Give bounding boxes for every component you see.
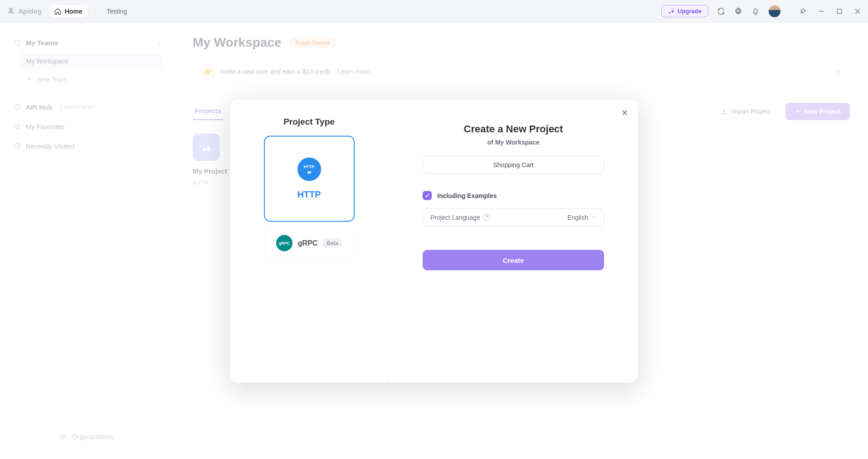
svg-rect-0	[837, 9, 841, 13]
include-examples-label: Including Examples	[437, 192, 497, 199]
tab-divider	[95, 6, 95, 16]
close-window-icon[interactable]	[853, 7, 862, 15]
modal-subtitle: of My Workspace	[407, 138, 620, 145]
home-icon	[54, 8, 61, 15]
include-examples-row[interactable]: ✓ Including Examples	[423, 191, 604, 200]
logo-icon	[6, 7, 15, 16]
modal-right: ✕ Create a New Project of My Workspace ✓…	[389, 99, 638, 382]
app-logo: Apidog	[6, 7, 42, 16]
refresh-icon[interactable]	[717, 7, 726, 16]
help-icon[interactable]: ?	[483, 213, 490, 221]
chevron-down-icon	[591, 214, 596, 220]
checkbox-icon[interactable]: ✓	[423, 191, 432, 200]
maximize-icon[interactable]	[835, 7, 844, 15]
settings-icon[interactable]	[734, 7, 743, 16]
rocket-icon	[668, 8, 675, 14]
create-project-modal: Project Type HTTP ⇄ HTTP gRPC gRPC Beta …	[230, 99, 638, 382]
project-type-grpc-label: gRPC	[298, 239, 318, 247]
project-type-http[interactable]: HTTP ⇄ HTTP	[264, 135, 355, 222]
bell-icon[interactable]	[751, 7, 760, 16]
tab-home[interactable]: Home	[48, 5, 88, 18]
project-type-http-label: HTTP	[297, 189, 321, 200]
minimize-icon[interactable]	[817, 7, 825, 15]
app-body: My Teams ▾ My Workspace New Team API Hub…	[0, 23, 868, 459]
tab-home-label: Home	[65, 8, 83, 15]
upgrade-button[interactable]: Upgrade	[661, 5, 708, 17]
project-language-select[interactable]: Project Language ? English	[423, 208, 604, 226]
top-bar: Apidog Home Testing Upgrade	[0, 0, 868, 23]
project-name-input[interactable]	[423, 155, 604, 174]
project-language-value: English	[567, 213, 588, 221]
modal-close-button[interactable]: ✕	[621, 107, 628, 117]
project-type-heading: Project Type	[242, 116, 376, 126]
project-type-grpc[interactable]: gRPC gRPC Beta	[264, 227, 355, 259]
grpc-circle-icon: gRPC	[276, 235, 293, 251]
http-circle-icon: HTTP ⇄	[297, 158, 321, 181]
project-language-label: Project Language	[430, 213, 480, 221]
app-name: Apidog	[18, 7, 42, 15]
http-icon-label: HTTP	[304, 164, 315, 169]
pin-icon[interactable]	[799, 7, 807, 15]
modal-left: Project Type HTTP ⇄ HTTP gRPC gRPC Beta	[230, 99, 389, 382]
upgrade-label: Upgrade	[678, 8, 702, 14]
tab-testing[interactable]: Testing	[102, 5, 132, 18]
beta-badge: Beta	[323, 238, 342, 247]
avatar[interactable]	[768, 5, 781, 18]
modal-title: Create a New Project	[407, 123, 620, 135]
create-button[interactable]: Create	[423, 250, 604, 270]
